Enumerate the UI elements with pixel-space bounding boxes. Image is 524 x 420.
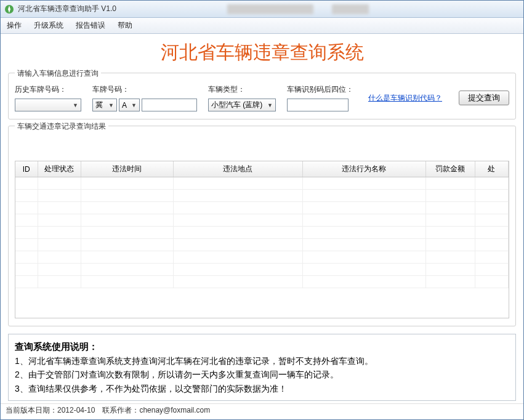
col-fine[interactable]: 罚款金额: [425, 161, 475, 177]
plate-label: 车牌号码：: [92, 84, 197, 95]
menu-upgrade[interactable]: 升级系统: [34, 20, 63, 31]
title-bar: 河北省车辆违章查询助手 V1.0: [1, 1, 523, 18]
menu-bar: 操作 升级系统 报告错误 帮助: [1, 18, 523, 34]
instruction-line: 1、河北省车辆违章查询系统支持查询河北车辆在河北省的违章记录，暂时不支持外省车查…: [15, 354, 509, 368]
vin-input[interactable]: [287, 99, 349, 111]
instruction-line: 2、由于交管部门对查询次数有限制，所以请勿一天内多次重复查询同一辆车的记录。: [15, 368, 509, 381]
app-window: 河北省车辆违章查询助手 V1.0 操作 升级系统 报告错误 帮助 河北省车辆违章…: [0, 0, 524, 420]
table-row[interactable]: [15, 190, 509, 202]
vin-help-link[interactable]: 什么是车辆识别代码？: [368, 93, 442, 103]
type-combo[interactable]: 小型汽车 (蓝牌)▼: [208, 99, 276, 111]
table-row[interactable]: [15, 177, 509, 190]
chevron-down-icon: ▼: [108, 102, 114, 108]
col-behavior[interactable]: 违法行为名称: [302, 161, 425, 177]
chevron-down-icon: ▼: [131, 102, 137, 108]
history-combo[interactable]: ▼: [15, 99, 81, 111]
instruction-line: 3、查询结果仅供参考，不作为处罚依据，以交警部门的实际数据为准！: [15, 382, 509, 395]
submit-button[interactable]: 提交查询: [459, 91, 509, 105]
table-row[interactable]: [15, 239, 509, 251]
results-group: 车辆交通违章记录查询结果 ID 处理状态 违法时间 违法地点 违法行为名称: [8, 126, 516, 326]
table-row[interactable]: [15, 276, 509, 288]
results-table: ID 处理状态 违法时间 违法地点 违法行为名称 罚款金额 处: [15, 161, 509, 288]
results-group-label: 车辆交通违章记录查询结果: [15, 121, 108, 132]
instructions-heading: 查询系统使用说明：: [15, 339, 509, 354]
results-table-wrap[interactable]: ID 处理状态 违法时间 违法地点 违法行为名称 罚款金额 处: [15, 161, 509, 318]
plate-number-input[interactable]: [142, 99, 197, 111]
table-row[interactable]: [15, 202, 509, 214]
instructions-box: 查询系统使用说明： 1、河北省车辆违章查询系统支持查询河北车辆在河北省的违章记录…: [8, 334, 516, 401]
plate-field: 车牌号码： 冀▼ A▼: [92, 84, 197, 111]
plate-letter-combo[interactable]: A▼: [119, 99, 140, 111]
table-row[interactable]: [15, 227, 509, 239]
form-row: 历史车牌号码： ▼ 车牌号码： 冀▼ A▼: [15, 84, 509, 111]
table-row[interactable]: [15, 251, 509, 264]
page-title: 河北省车辆违章查询系统: [1, 34, 523, 70]
menu-operate[interactable]: 操作: [7, 20, 22, 31]
col-status[interactable]: 处理状态: [38, 161, 81, 177]
menu-help[interactable]: 帮助: [118, 20, 132, 31]
history-field: 历史车牌号码： ▼: [15, 84, 81, 111]
table-header-row: ID 处理状态 违法时间 违法地点 违法行为名称 罚款金额 处: [15, 161, 509, 177]
col-id[interactable]: ID: [15, 161, 38, 177]
vin-label: 车辆识别码后四位：: [287, 84, 353, 95]
plate-province-combo[interactable]: 冀▼: [92, 99, 117, 111]
chevron-down-icon: ▼: [267, 102, 273, 108]
blurred-background: [227, 4, 369, 14]
table-row[interactable]: [15, 264, 509, 276]
status-bar: 当前版本日期：2012-04-10 联系作者：chenay@foxmail.co…: [1, 403, 523, 417]
content-area: 河北省车辆违章查询系统 请输入车辆信息进行查询 历史车牌号码： ▼ 车牌号码： …: [1, 34, 523, 419]
menu-report[interactable]: 报告错误: [76, 20, 105, 31]
col-proc[interactable]: 处: [475, 161, 509, 177]
app-icon: [4, 4, 14, 14]
vin-field: 车辆识别码后四位：: [287, 84, 353, 111]
type-label: 车辆类型：: [208, 84, 276, 95]
table-row[interactable]: [15, 214, 509, 227]
input-group: 请输入车辆信息进行查询 历史车牌号码： ▼ 车牌号码： 冀▼ A: [8, 73, 516, 119]
col-location[interactable]: 违法地点: [173, 161, 302, 177]
chevron-down-icon: ▼: [73, 102, 78, 108]
history-label: 历史车牌号码：: [15, 84, 81, 95]
input-group-label: 请输入车辆信息进行查询: [15, 68, 101, 79]
col-time[interactable]: 违法时间: [81, 161, 173, 177]
type-field: 车辆类型： 小型汽车 (蓝牌)▼: [208, 84, 276, 111]
window-title: 河北省车辆违章查询助手 V1.0: [18, 4, 116, 14]
